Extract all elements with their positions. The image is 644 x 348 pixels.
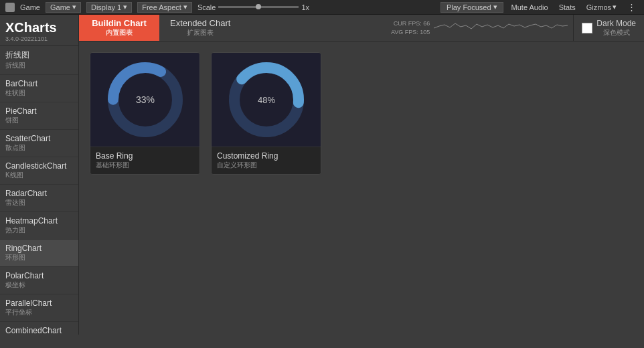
- fps-chart: [434, 18, 568, 38]
- sidebar: XCharts 3.4.0-20221101 折线图 折线图 BarChart …: [0, 15, 79, 335]
- sidebar-item-en: PolarChart: [5, 271, 73, 280]
- tab-buildin-label-zh: 内置图表: [106, 28, 133, 37]
- sidebar-item-combined[interactable]: CombinedChart 组合图: [0, 322, 78, 335]
- main-layout: XCharts 3.4.0-20221101 折线图 折线图 BarChart …: [0, 15, 644, 335]
- sidebar-item-polar[interactable]: PolarChart 极坐标: [0, 267, 78, 294]
- game-dropdown[interactable]: Game ▾: [46, 2, 81, 13]
- chart-label-zh: 自定义环形图: [217, 161, 315, 170]
- sidebar-item-bar[interactable]: BarChart 柱状图: [0, 75, 78, 102]
- sidebar-item-line[interactable]: 折线图 折线图: [0, 46, 78, 75]
- logo-title: XCharts: [5, 20, 73, 35]
- os-bar: Game Game ▾ Display 1 ▾ Free Aspect ▾ Sc…: [0, 0, 644, 15]
- sidebar-item-en: PieChart: [5, 106, 73, 116]
- tab-extended-label-en: Extended Chart: [170, 18, 230, 28]
- sidebar-item-en: ParallelChart: [5, 298, 73, 308]
- aspect-dropdown[interactable]: Free Aspect ▾: [137, 2, 192, 13]
- sidebar-item-candlestick[interactable]: CandlestickChart K线图: [0, 157, 78, 185]
- game-label: Game: [20, 3, 40, 11]
- tab-buildin-label-en: Buildin Chart: [92, 18, 147, 28]
- more-button[interactable]: ⋮: [625, 2, 639, 12]
- sidebar-items: 折线图 折线图 BarChart 柱状图 PieChart 饼图 Scatter…: [0, 46, 78, 335]
- sidebar-item-zh: 雷达图: [5, 198, 73, 207]
- chart-label-zh: 基础环形图: [96, 161, 194, 170]
- tab-extended[interactable]: Extended Chart 扩展图表: [159, 15, 241, 41]
- sidebar-item-scatter[interactable]: ScatterChart 散点图: [0, 130, 78, 157]
- chart-card-label: Base Ring 基础环形图: [90, 147, 199, 174]
- sidebar-item-en: BarChart: [5, 79, 73, 88]
- chart-card-customized-ring[interactable]: 48% Customized Ring 自定义环形图: [211, 52, 321, 175]
- tab-extended-label-zh: 扩展图表: [187, 28, 214, 37]
- display-dropdown[interactable]: Display 1 ▾: [86, 2, 132, 13]
- cur-fps-value: 66: [423, 20, 430, 27]
- sidebar-item-zh: 饼图: [5, 116, 73, 125]
- sidebar-item-zh: 散点图: [5, 143, 73, 153]
- tab-buildin[interactable]: Buildin Chart 内置图表: [79, 15, 159, 41]
- scale-section: Scale 1x: [197, 3, 309, 11]
- dark-mode-label: Dark Mode 深色模式: [596, 19, 636, 37]
- sidebar-logo: XCharts 3.4.0-20221101: [0, 15, 78, 46]
- sidebar-item-zh: 折线图: [5, 61, 73, 70]
- cur-fps-label: CUR FPS:: [394, 20, 422, 27]
- sidebar-item-en: RingChart: [5, 244, 73, 253]
- sidebar-item-zh: 平行坐标: [5, 308, 73, 317]
- mute-audio-button[interactable]: Mute Audio: [509, 3, 551, 11]
- scale-slider[interactable]: [218, 6, 299, 8]
- chart-gallery: 33% Base Ring 基础环形图 48% Customized Ring …: [79, 41, 644, 335]
- sidebar-item-en: CombinedChart: [5, 326, 73, 335]
- svg-text:33%: 33%: [136, 94, 155, 105]
- game-icon: [5, 3, 15, 12]
- chart-label-en: Base Ring: [96, 151, 194, 161]
- chart-card-canvas: 48%: [212, 53, 321, 147]
- sidebar-item-zh: K线图: [5, 171, 73, 180]
- svg-text:48%: 48%: [258, 95, 275, 105]
- chart-card-base-ring[interactable]: 33% Base Ring 基础环形图: [90, 52, 200, 175]
- chart-card-canvas: 33%: [90, 53, 200, 147]
- avg-fps-label: AVG FPS:: [391, 29, 418, 35]
- dark-mode-checkbox[interactable]: [582, 23, 592, 33]
- content-area: Buildin Chart 内置图表 Extended Chart 扩展图表 C…: [79, 15, 644, 335]
- fps-area: CUR FPS: 66 AVG FPS: 105: [391, 15, 573, 41]
- sidebar-item-parallel[interactable]: ParallelChart 平行坐标: [0, 294, 78, 322]
- sidebar-item-zh: 极坐标: [5, 280, 73, 290]
- avg-fps-value: 105: [420, 29, 430, 35]
- sidebar-item-radar[interactable]: RadarChart 雷达图: [0, 185, 78, 212]
- dark-mode-area: Dark Mode 深色模式: [573, 15, 644, 41]
- ring-svg: 33%: [90, 53, 200, 147]
- sidebar-item-zh: 热力图: [5, 226, 73, 235]
- sidebar-item-en: HeatmapChart: [5, 216, 73, 226]
- gizmos-button[interactable]: Gizmos ▾: [584, 3, 619, 11]
- ring-svg: 48%: [212, 53, 321, 147]
- fps-text: CUR FPS: 66 AVG FPS: 105: [391, 19, 430, 36]
- sidebar-item-heatmap[interactable]: HeatmapChart 热力图: [0, 212, 78, 240]
- sidebar-item-zh: 环形图: [5, 253, 73, 262]
- sidebar-item-en: ScatterChart: [5, 134, 73, 143]
- sidebar-item-pie[interactable]: PieChart 饼图: [0, 102, 78, 130]
- sidebar-item-en: CandlestickChart: [5, 161, 73, 171]
- stats-button[interactable]: Stats: [556, 3, 578, 11]
- sidebar-item-ring[interactable]: RingChart 环形图: [0, 240, 78, 267]
- sidebar-item-zh: 柱状图: [5, 88, 73, 98]
- content-tabs: Buildin Chart 内置图表 Extended Chart 扩展图表 C…: [79, 15, 644, 41]
- play-focused-button[interactable]: Play Focused ▾: [440, 2, 503, 13]
- sidebar-item-en: RadarChart: [5, 189, 73, 198]
- chart-label-en: Customized Ring: [217, 151, 315, 161]
- logo-version: 3.4.0-20221101: [5, 35, 73, 42]
- sidebar-item-en: 折线图: [5, 50, 73, 61]
- chart-card-label: Customized Ring 自定义环形图: [212, 147, 321, 174]
